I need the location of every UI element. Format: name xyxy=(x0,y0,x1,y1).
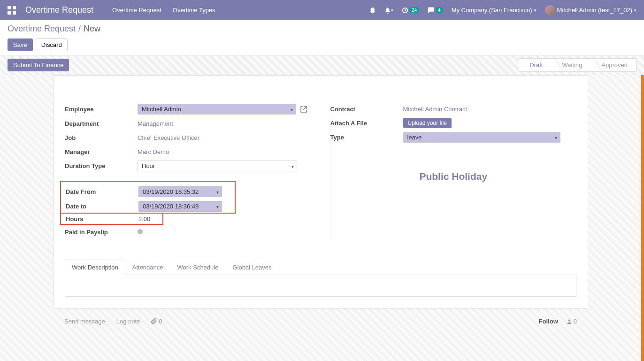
field-job: Job Chief Executive Officer xyxy=(65,132,311,143)
user-name: Mitchell Admin (test_17_02) xyxy=(557,7,632,14)
date-to-input[interactable]: 03/19/2020 18:36:49 ▾ xyxy=(138,201,222,212)
label-job: Job xyxy=(65,134,138,141)
chevron-down-icon: ▾ xyxy=(216,204,219,209)
type-select[interactable]: leave ▾ xyxy=(403,132,560,143)
public-holiday-title: Public Holiday xyxy=(330,171,577,182)
left-column: Employee Mitchell Admin ▾ Department Man… xyxy=(65,104,311,241)
chevron-down-icon: ▾ xyxy=(555,135,557,140)
job-value[interactable]: Chief Executive Officer xyxy=(138,134,311,141)
label-type: Type xyxy=(330,134,403,141)
messages-badge: 4 xyxy=(436,7,443,13)
chevron-down-icon: ▾ xyxy=(291,107,293,112)
submit-to-finance-button[interactable]: Submit To Finance xyxy=(8,59,69,71)
label-duration-type: Duration Type xyxy=(65,162,138,169)
followers-count-value: 0 xyxy=(574,318,577,325)
tab-global-leaves[interactable]: Global Leaves xyxy=(225,260,278,275)
label-date-to: Date to xyxy=(61,203,138,210)
field-contract: Contract Mitchell Admin Contract xyxy=(330,104,577,114)
svg-point-5 xyxy=(568,319,571,322)
discard-button[interactable]: Discard xyxy=(36,38,68,51)
label-attach-file: Attach A File xyxy=(330,120,403,127)
label-hours: Hours xyxy=(61,215,138,223)
activities-badge: 24 xyxy=(409,7,419,13)
duration-type-value: Hour xyxy=(142,162,155,169)
breadcrumb-parent[interactable]: Overtime Request xyxy=(8,24,76,34)
field-date-from: Date From 03/19/2020 16:35:32 ▾ xyxy=(61,186,235,197)
field-hours: Hours 2.00 xyxy=(61,214,162,224)
field-attach-file: Attach A File Upload your file xyxy=(330,118,577,128)
send-message-link[interactable]: Send message xyxy=(64,318,105,325)
right-column: Contract Mitchell Admin Contract Attach … xyxy=(330,104,577,241)
duration-type-select[interactable]: Hour ▾ xyxy=(138,161,297,171)
field-employee: Employee Mitchell Admin ▾ xyxy=(65,104,311,115)
contract-value[interactable]: Mitchell Admin Contract xyxy=(403,106,577,113)
svg-rect-1 xyxy=(13,6,16,9)
type-value: leave xyxy=(407,134,422,141)
action-buttons: Save Discard xyxy=(8,38,636,51)
breadcrumb-current: New xyxy=(84,24,100,34)
log-note-link[interactable]: Log note xyxy=(116,318,140,325)
field-date-to: Date to 03/19/2020 18:36:49 ▾ xyxy=(61,201,235,212)
employee-select-value: Mitchell Admin xyxy=(142,106,181,113)
external-link-icon[interactable] xyxy=(300,106,307,113)
control-panel: Overtime Request / New Save Discard xyxy=(0,20,644,55)
label-paid-in-payslip: Paid in Payslip xyxy=(65,229,138,236)
form-sheet: Employee Mitchell Admin ▾ Department Man… xyxy=(53,75,588,308)
tab-content[interactable] xyxy=(65,275,576,297)
followers-count[interactable]: 0 xyxy=(567,318,577,325)
date-from-input[interactable]: 03/19/2020 16:35:32 ▾ xyxy=(138,186,222,197)
date-from-value: 03/19/2020 16:35:32 xyxy=(143,188,199,195)
field-paid-in-payslip: Paid in Payslip xyxy=(65,227,311,237)
company-switcher[interactable]: My Company (San Francisco) ▾ xyxy=(452,7,537,14)
field-type: Type leave ▾ xyxy=(330,132,577,143)
statusbar: Submit To Finance Draft Waiting Approved xyxy=(0,55,644,75)
label-contract: Contract xyxy=(330,106,403,113)
tab-work-description[interactable]: Work Description xyxy=(65,260,125,275)
form-area: Employee Mitchell Admin ▾ Department Man… xyxy=(0,75,644,361)
label-date-from: Date From xyxy=(61,188,138,195)
stage-draft[interactable]: Draft xyxy=(519,58,552,72)
chatter: Send message Log note 0 Follow 0 xyxy=(53,308,588,325)
nav-menu-overtime-request[interactable]: Overtime Request xyxy=(112,7,161,14)
tabs: Work Description Attendance Work Schedul… xyxy=(65,260,576,275)
field-duration-type: Duration Type Hour ▾ xyxy=(65,161,311,171)
nav-menu-overtime-types[interactable]: Overtime Types xyxy=(173,7,215,14)
date-to-value: 03/19/2020 18:36:49 xyxy=(143,203,199,210)
label-employee: Employee xyxy=(65,106,138,113)
attachments-count-value: 0 xyxy=(159,318,162,325)
label-manager: Manager xyxy=(65,148,138,155)
user-menu[interactable]: Mitchell Admin (test_17_02) ▾ xyxy=(545,5,636,15)
manager-value[interactable]: Marc Demo xyxy=(138,148,311,155)
department-value[interactable]: Management xyxy=(138,120,311,127)
tab-attendance[interactable]: Attendance xyxy=(125,260,170,275)
label-department: Department xyxy=(65,120,138,127)
svg-rect-0 xyxy=(8,6,11,9)
tab-work-schedule[interactable]: Work Schedule xyxy=(170,260,226,275)
activities-icon[interactable]: 24 xyxy=(402,7,419,14)
bug-icon[interactable] xyxy=(369,7,376,14)
save-button[interactable]: Save xyxy=(8,38,33,51)
attachments-count[interactable]: 0 xyxy=(151,318,162,325)
upload-file-button[interactable]: Upload your file xyxy=(403,118,452,128)
messages-icon[interactable]: 4 xyxy=(428,7,443,14)
chevron-down-icon: ▾ xyxy=(216,189,219,194)
hours-value: 2.00 xyxy=(138,215,162,223)
employee-select[interactable]: Mitchell Admin ▾ xyxy=(138,104,296,115)
date-range-highlight: Date From 03/19/2020 16:35:32 ▾ Date to xyxy=(60,181,236,214)
nav-right: ▾ 24 4 My Company (San Francisco) ▾ Mitc… xyxy=(369,5,636,15)
chevron-down-icon: ▾ xyxy=(291,163,294,169)
breadcrumb: Overtime Request / New xyxy=(8,24,636,34)
svg-rect-3 xyxy=(13,11,16,15)
company-name: My Company (San Francisco) xyxy=(452,7,532,14)
stage-bar: Draft Waiting Approved xyxy=(519,58,636,72)
hours-highlight: Hours 2.00 xyxy=(60,214,163,225)
follow-button[interactable]: Follow xyxy=(539,318,558,325)
nav-menu: Overtime Request Overtime Types xyxy=(112,7,215,14)
avatar xyxy=(545,5,555,15)
bell-icon[interactable]: ▾ xyxy=(384,7,393,14)
paid-in-payslip-toggle[interactable] xyxy=(138,229,143,234)
app-title[interactable]: Overtime Request xyxy=(25,5,93,15)
apps-icon[interactable] xyxy=(8,6,16,15)
field-manager: Manager Marc Demo xyxy=(65,146,311,157)
svg-rect-2 xyxy=(8,11,11,15)
